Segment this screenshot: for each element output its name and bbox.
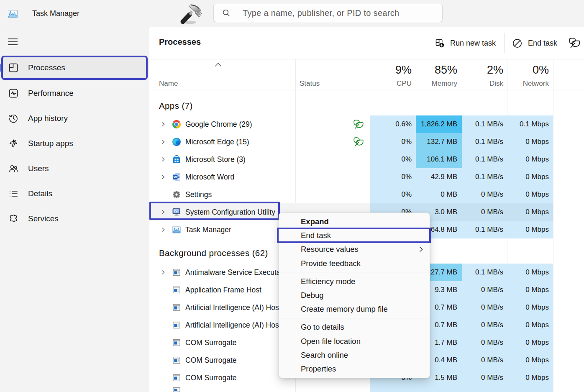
svg-text:W: W — [174, 175, 177, 179]
